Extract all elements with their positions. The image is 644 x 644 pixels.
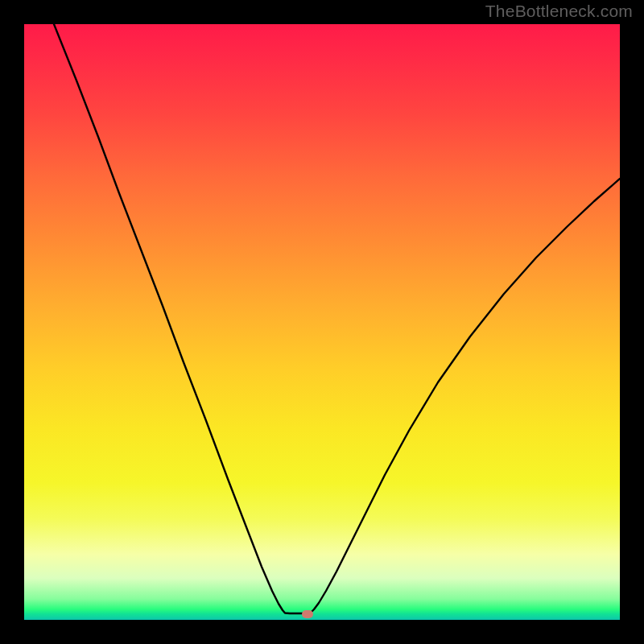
plot-area <box>24 24 620 620</box>
optimal-point-marker <box>302 610 313 618</box>
chart-frame: TheBottleneck.com <box>0 0 644 644</box>
watermark-label: TheBottleneck.com <box>485 2 633 21</box>
bottleneck-curve <box>24 24 620 620</box>
